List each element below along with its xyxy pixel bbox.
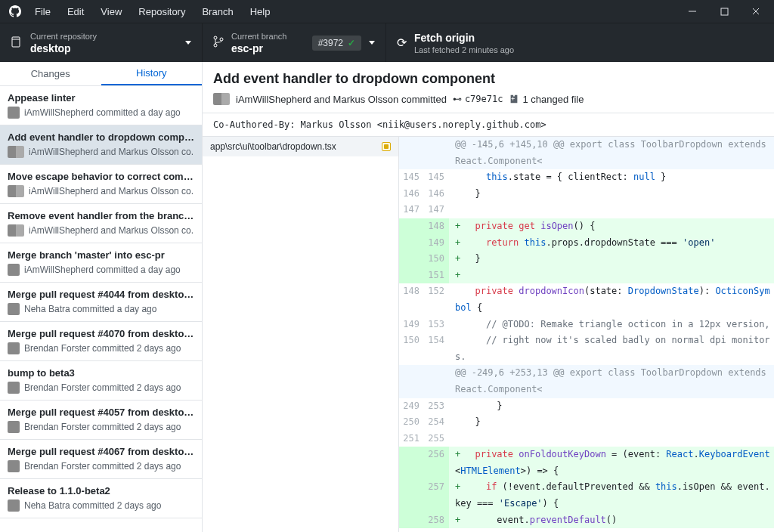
avatar [8,264,20,276]
tab-changes[interactable]: Changes [0,62,101,85]
commit-item-meta-text: iAmWillShepherd and Markus Olsson co... [29,147,194,157]
commit-item[interactable]: Add event handler to dropdown compon...i… [0,125,202,165]
diff-row: 150154 // right now it's scaled badly on… [399,332,774,365]
commit-item[interactable]: Move escape behavior to correct compo...… [0,165,202,204]
commit-item[interactable]: Merge pull request #4044 from desktop/..… [0,283,202,322]
commit-item-meta: iAmWillShepherd and Markus Olsson co... [8,224,194,237]
file-path: app\src\ui\toolbar\dropdown.tsx [210,141,336,152]
line-new: 257 [424,479,449,512]
avatar [8,382,20,394]
gutter: 257 [399,479,449,512]
menu-view[interactable]: View [101,6,122,17]
menu-edit[interactable]: Edit [67,6,84,17]
commit-item[interactable]: Release to 1.1.0-beta2Neha Batra committ… [0,479,202,518]
commit-item-meta-text: Brendan Forster committed 2 days ago [24,382,181,393]
maximize-icon[interactable] [720,7,729,16]
commit-item[interactable]: Appease linteriAmWillShepherd committed … [0,86,202,125]
diff-code: + return this.props.dropdownState === 'o… [449,235,774,252]
commit-item[interactable]: Merge pull request #4067 from desktop/..… [0,440,202,479]
github-logo-icon [9,5,21,17]
commit-sha[interactable]: ⊷ c79e71c [453,94,503,104]
gutter: 249253 [399,398,449,415]
menu-file[interactable]: File [35,6,51,17]
commit-item-meta-text: Brendan Forster committed 2 days ago [24,422,181,432]
commit-item-title: Merge pull request #4057 from desktop/..… [8,407,194,418]
menu-repository[interactable]: Repository [138,6,185,17]
diff-row: 256+ private onFoldoutKeyDown = (event: … [399,447,774,479]
fetch-button[interactable]: ⟳ Fetch origin Last fetched 2 minutes ag… [386,23,525,62]
chevron-down-icon [369,41,375,45]
line-new [424,137,449,169]
commit-item[interactable]: Merge pull request #4057 from desktop/..… [0,401,202,440]
tab-history[interactable]: History [101,62,203,85]
line-old: 145 [399,169,424,186]
gutter: 149 [399,235,449,252]
changed-files-list: app\src\ui\toolbar\dropdown.tsx [203,137,399,532]
line-old: 150 [399,332,424,365]
svg-point-6 [214,36,217,39]
diff-area: app\src\ui\toolbar\dropdown.tsx @@ -145,… [203,136,774,532]
branch-name: esc-pr [231,42,286,54]
diff-row: 258+ event.preventDefault() [399,512,774,529]
diff-view[interactable]: @@ -145,6 +145,10 @@ export class Toolba… [399,137,774,532]
commit-item-meta: iAmWillShepherd and Markus Olsson co... [8,146,194,158]
tabs: Changes History [0,62,202,86]
line-new: 149 [424,235,449,252]
gutter: 251255 [399,431,449,447]
commit-item[interactable]: Merge branch 'master' into esc-priAmWill… [0,243,202,283]
repo-name: desktop [30,42,97,54]
gutter: 149153 [399,317,449,333]
gutter: 258 [399,512,449,529]
line-old: 146 [399,186,424,203]
avatar [8,185,24,197]
commit-item[interactable]: Remove event handler from the branches..… [0,204,202,243]
diff-code: } [449,186,774,203]
avatar [8,303,20,315]
commit-item[interactable]: Merge pull request #4070 from desktop/..… [0,322,202,361]
gutter [399,365,449,397]
diff-code: @@ -145,6 +145,10 @@ export class Toolba… [449,137,774,169]
diff-code: + private get isOpen() { [449,218,774,235]
diff-code: + if (!event.defaultPrevented && this.is… [449,479,774,512]
file-item[interactable]: app\src\ui\toolbar\dropdown.tsx [203,137,398,156]
avatar [8,107,20,119]
commit-item-meta: iAmWillShepherd committed a day ago [8,264,194,276]
minimize-icon[interactable] [688,7,697,16]
line-new: 145 [424,169,449,186]
fetch-subtitle: Last fetched 2 minutes ago [414,45,514,54]
commit-item-title: Add event handler to dropdown compon... [8,131,194,143]
avatar [213,93,230,105]
gutter: 148 [399,218,449,235]
commit-item-title: bump to beta3 [8,367,194,379]
branch-selector[interactable]: Current branch esc-pr #3972 ✓ [203,23,386,62]
modified-icon [382,142,391,151]
pr-number: #3972 [318,38,343,48]
gutter: 147147 [399,202,449,218]
close-icon[interactable] [751,7,760,16]
repo-selector[interactable]: Current repository desktop [0,23,203,62]
diff-row: 146146 } [399,186,774,203]
diff-code: } [449,398,774,415]
diff-code [449,202,774,218]
gutter: 256 [399,447,449,479]
diff-row: 150+ } [399,251,774,268]
diff-code: private dropdownIcon(state: DropdownStat… [449,283,774,316]
menu-help[interactable]: Help [250,6,271,17]
commit-item-meta-text: Neha Batra committed 2 days ago [24,500,161,511]
line-new: 256 [424,447,449,479]
commit-item-meta: Neha Batra committed 2 days ago [8,500,194,512]
commit-item-title: Merge pull request #4067 from desktop/..… [8,446,194,457]
commit-item-meta: Brendan Forster committed 2 days ago [8,421,194,433]
avatar [8,146,24,158]
commit-item-meta: Brendan Forster committed 2 days ago [8,460,194,472]
commit-list[interactable]: Appease linteriAmWillShepherd committed … [0,86,202,532]
menu-branch[interactable]: Branch [202,6,233,17]
line-new: 253 [424,398,449,415]
svg-point-7 [214,44,217,47]
line-new: 151 [424,268,449,284]
line-old: 147 [399,202,424,218]
commit-item[interactable]: bump to beta3Brendan Forster committed 2… [0,361,202,401]
line-old [399,447,424,479]
line-old [399,137,424,169]
fetch-title: Fetch origin [414,32,514,44]
